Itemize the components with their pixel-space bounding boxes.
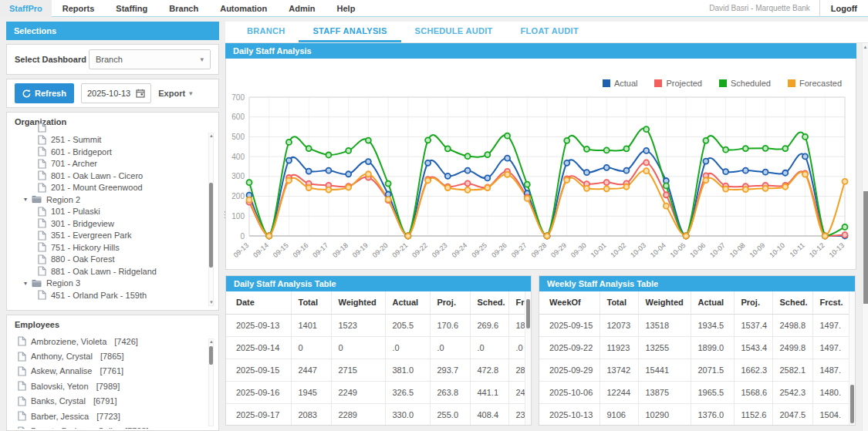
chart-point-forecasted[interactable] <box>366 171 371 177</box>
chart-point-scheduled[interactable] <box>564 138 569 143</box>
chart-point-scheduled[interactable] <box>525 182 530 187</box>
tree-item-751-hickory-hills[interactable]: 751 - Hickory Hills <box>18 241 204 254</box>
brand-staffpro[interactable]: StaffPro <box>0 0 52 17</box>
chart-point-actual[interactable] <box>306 169 312 174</box>
chart-point-forecasted[interactable] <box>505 172 510 177</box>
tree-item-880-oak-forest[interactable]: 880 - Oak Forest <box>18 254 204 266</box>
table-row[interactable]: 2025-10-0612244138751965.51568.62542.314… <box>539 381 849 403</box>
sidebar-splitter[interactable]: ⋮ <box>219 22 225 431</box>
tree-item-partial[interactable] <box>18 122 204 134</box>
tree-item-881-oak-lawn-ridgeland[interactable]: 881 - Oak Lawn - Ridgeland <box>18 265 204 278</box>
chart-point-scheduled[interactable] <box>782 146 788 151</box>
menu-item-reports[interactable]: Reports <box>52 0 106 17</box>
table-row[interactable]: 2025-09-1524472715381.0293.7472.8280 <box>226 359 529 381</box>
scrollbar-thumb[interactable] <box>209 346 213 365</box>
chart-point-scheduled[interactable] <box>703 138 708 143</box>
chart-point-forecasted[interactable] <box>684 234 689 239</box>
scrollbar-thumb[interactable] <box>209 183 213 268</box>
chart-point-actual[interactable] <box>723 169 728 174</box>
column-header-weighted[interactable]: Weighted <box>331 291 385 314</box>
tree-item-701-archer[interactable]: 701 - Archer <box>18 158 204 170</box>
column-header-sched[interactable]: Sched. <box>470 291 508 314</box>
chart-point-forecasted[interactable] <box>286 178 292 184</box>
legend-item-actual[interactable]: Actual <box>603 79 638 88</box>
employee-item-anthony-crystal[interactable]: Anthony, Crystal[7865] <box>18 349 204 363</box>
chart-point-actual[interactable] <box>623 168 629 173</box>
chart-point-forecasted[interactable] <box>623 184 629 190</box>
menu-item-branch[interactable]: Branch <box>158 0 209 17</box>
column-header-date[interactable]: Date <box>226 291 291 314</box>
column-header-total[interactable]: Total <box>291 291 331 314</box>
chart-point-forecasted[interactable] <box>763 186 768 191</box>
chart-point-scheduled[interactable] <box>843 224 848 230</box>
chart-point-forecasted[interactable] <box>743 187 748 192</box>
main-scrollbar[interactable]: ▲ <box>862 43 868 431</box>
collapse-caret-icon[interactable]: ▾ <box>24 196 32 203</box>
chart-point-forecasted[interactable] <box>843 179 848 184</box>
chart-point-scheduled[interactable] <box>306 146 312 151</box>
chart-point-actual[interactable] <box>505 156 510 161</box>
chart-point-projected[interactable] <box>604 180 610 185</box>
chart-point-forecasted[interactable] <box>247 197 252 203</box>
chart-point-actual[interactable] <box>346 171 351 177</box>
chart-point-scheduled[interactable] <box>743 146 748 151</box>
chart-point-projected[interactable] <box>643 160 649 165</box>
column-header-sched[interactable]: Sched. <box>772 291 812 314</box>
table-row[interactable]: 2025-09-1619452249326.5263.8441.1243 <box>226 381 529 403</box>
chart-point-scheduled[interactable] <box>723 147 728 153</box>
table-row[interactable]: 2025-09-1400.0.0.0.0 <box>226 336 529 359</box>
chart-point-forecasted[interactable] <box>405 234 410 239</box>
scroll-up-icon[interactable]: ▲ <box>209 133 213 139</box>
chart-point-forecasted[interactable] <box>782 184 788 190</box>
chart-point-scheduled[interactable] <box>664 183 669 188</box>
logoff-button[interactable]: Logoff <box>819 0 868 17</box>
employee-item-askew-annalise[interactable]: Askew, Annalise[7761] <box>18 364 204 379</box>
chart-point-actual[interactable] <box>584 170 589 175</box>
chart-point-scheduled[interactable] <box>346 148 351 153</box>
chart-point-actual[interactable] <box>802 153 808 159</box>
chart-point-forecasted[interactable] <box>266 234 272 239</box>
scrollbar-thumb[interactable] <box>526 299 530 328</box>
chart-point-forecasted[interactable] <box>386 197 391 202</box>
tree-item-251-summit[interactable]: 251 - Summit <box>18 134 204 146</box>
chart-point-actual[interactable] <box>763 170 768 175</box>
tree-item-201-mount-greenwood[interactable]: 201 - Mount Greenwood <box>18 182 204 194</box>
menu-item-help[interactable]: Help <box>326 0 366 17</box>
table-row[interactable]: 2025-09-1512073135181934.51537.42498.814… <box>539 314 849 336</box>
chart-point-scheduled[interactable] <box>386 181 391 187</box>
menu-item-automation[interactable]: Automation <box>209 0 278 17</box>
chart-point-actual[interactable] <box>485 175 490 180</box>
employee-item-banks-crystal[interactable]: Banks, Crystal[6791] <box>18 394 204 409</box>
chart-point-scheduled[interactable] <box>445 146 451 151</box>
chart-point-actual[interactable] <box>743 168 748 173</box>
scrollbar-thumb[interactable] <box>863 191 868 304</box>
chart-point-scheduled[interactable] <box>485 152 490 157</box>
chart-point-forecasted[interactable] <box>643 168 649 173</box>
chart-point-projected[interactable] <box>664 192 669 197</box>
chart-point-actual[interactable] <box>782 170 788 176</box>
chart-point-forecasted[interactable] <box>326 187 331 193</box>
legend-item-projected[interactable]: Projected <box>654 79 701 88</box>
chart-point-forecasted[interactable] <box>525 196 530 201</box>
calendar-icon[interactable] <box>136 89 145 98</box>
scroll-down-icon[interactable]: ▼ <box>209 300 213 305</box>
chart-point-scheduled[interactable] <box>247 180 252 185</box>
legend-item-forecasted[interactable]: Forecasted <box>788 79 842 88</box>
chart-point-scheduled[interactable] <box>763 146 768 151</box>
chart-point-forecasted[interactable] <box>664 204 669 209</box>
chart-point-forecasted[interactable] <box>465 187 471 193</box>
employee-item-ambroziene-violeta[interactable]: Ambroziene, Violeta[7426] <box>18 334 204 349</box>
chart-point-scheduled[interactable] <box>286 140 292 145</box>
employee-item-barber-jessica[interactable]: Barber, Jessica[7723] <box>18 409 204 423</box>
column-header-total[interactable]: Total <box>599 291 638 314</box>
chart-point-forecasted[interactable] <box>584 186 589 191</box>
chart-point-actual[interactable] <box>703 159 708 164</box>
daily-table-scrollbar[interactable] <box>525 291 531 425</box>
chart-point-forecasted[interactable] <box>723 187 728 192</box>
employee-item-balovski-yeton[interactable]: Balovski, Yeton[7989] <box>18 379 204 393</box>
chart-point-forecasted[interactable] <box>425 178 431 184</box>
chart-point-forecasted[interactable] <box>545 234 550 239</box>
refresh-button[interactable]: Refresh <box>15 83 74 103</box>
legend-item-scheduled[interactable]: Scheduled <box>719 79 771 88</box>
collapse-caret-icon[interactable]: ▾ <box>24 280 32 287</box>
